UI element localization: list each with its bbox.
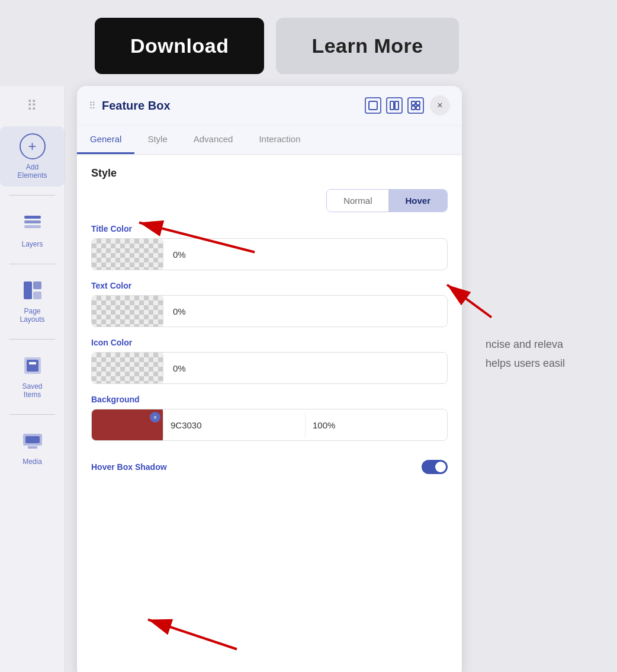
background-hex[interactable]: 9C3030 [163,412,306,439]
panel-close-button[interactable]: × [430,95,450,116]
view-icon-single[interactable] [365,97,381,114]
sidebar-item-saved-items[interactable]: SavedItems [0,348,65,406]
icon-color-field[interactable]: 0% [91,352,448,384]
view-icon-grid[interactable] [407,97,424,114]
title-color-label: Title Color [91,224,448,233]
title-color-value: 0% [163,241,447,268]
panel-title: Feature Box [102,99,359,113]
svg-rect-7 [27,360,38,372]
background-opacity[interactable]: 100% [306,412,447,439]
svg-rect-2 [24,225,41,228]
swatch-clear-button[interactable]: × [150,412,160,423]
icon-color-group: Icon Color 0% [91,338,448,384]
background-group: Background × 9C3030 100% [91,395,448,441]
sidebar-divider-2 [9,264,54,264]
right-content-line1: ncise and releva [486,338,563,350]
saved-items-icon [22,355,43,379]
sidebar-dots-icon: ⠿ [27,98,38,114]
sidebar-label-saved-items: SavedItems [22,382,42,399]
sidebar-divider-1 [9,195,54,196]
svg-rect-12 [369,101,377,110]
toggle-normal-button[interactable]: Normal [327,190,388,212]
tab-advanced[interactable]: Advanced [181,126,246,154]
panel-drag-handle[interactable]: ⠿ [89,100,96,111]
hover-box-shadow-toggle[interactable] [422,460,448,474]
sidebar-label-add-elements: AddElements [17,163,47,180]
svg-rect-18 [416,106,420,110]
svg-rect-15 [412,101,415,105]
sidebar-item-add-elements[interactable]: + AddElements [0,126,65,187]
sidebar-item-layers[interactable]: Layers [0,204,65,255]
hover-box-shadow-row: Hover Box Shadow [91,452,448,476]
main-layout: ⠿ + AddElements Layers [0,86,617,672]
tab-interaction[interactable]: Interaction [246,126,313,154]
text-color-group: Text Color 0% [91,281,448,327]
background-values: 9C3030 100% [163,412,447,439]
svg-rect-13 [390,101,394,110]
sidebar: ⠿ + AddElements Layers [0,86,65,672]
svg-rect-17 [412,106,415,110]
panel-header: ⠿ Feature Box [77,86,462,126]
learn-more-button[interactable]: Learn More [276,18,458,74]
right-content: ncise and releva helps users easil [474,86,617,672]
view-icon-split[interactable] [386,97,403,114]
download-button[interactable]: Download [95,18,264,74]
icon-color-swatch[interactable] [92,353,163,383]
sidebar-label-layers: Layers [21,240,43,248]
sidebar-label-page-layouts: PageLayouts [20,307,44,324]
media-icon [22,430,43,454]
top-bar: Download Learn More [0,0,617,86]
svg-rect-14 [395,101,399,110]
sidebar-label-media: Media [23,457,42,466]
sidebar-divider-3 [9,339,54,340]
normal-hover-toggle-group: Normal Hover [326,189,448,212]
add-elements-icon: + [20,133,46,159]
hover-box-shadow-label: Hover Box Shadow [91,462,167,472]
panel-tabs: General Style Advanced Interaction [77,126,462,155]
svg-rect-10 [25,436,40,443]
background-field[interactable]: × 9C3030 100% [91,409,448,441]
icon-color-value: 0% [163,355,447,382]
icon-color-label: Icon Color [91,338,448,347]
sidebar-divider-4 [9,414,54,415]
text-color-swatch[interactable] [92,296,163,327]
title-color-group: Title Color 0% [91,224,448,270]
sidebar-item-page-layouts[interactable]: PageLayouts [0,273,65,331]
text-color-value: 0% [163,298,447,325]
svg-rect-8 [29,362,36,364]
right-content-line2: helps users easil [486,357,565,369]
normal-hover-toggle-row: Normal Hover [91,189,448,212]
text-color-label: Text Color [91,281,448,290]
svg-rect-1 [24,220,41,223]
title-color-swatch[interactable] [92,239,163,270]
title-color-field[interactable]: 0% [91,238,448,270]
background-label: Background [91,395,448,404]
svg-rect-3 [24,281,32,299]
svg-rect-11 [28,446,37,449]
style-section-title: Style [91,167,448,180]
svg-rect-0 [24,216,41,219]
layers-icon [22,211,43,236]
page-layouts-icon [22,280,43,303]
tab-general[interactable]: General [77,126,134,154]
panel-body: Style Normal Hover Title Color 0% Text C… [77,155,462,488]
background-swatch[interactable]: × [92,409,163,440]
svg-rect-5 [33,292,41,299]
sidebar-item-media[interactable]: Media [0,423,65,473]
panel-view-icons [365,97,424,114]
svg-rect-4 [33,281,41,289]
svg-rect-16 [416,101,420,105]
toggle-hover-button[interactable]: Hover [388,190,447,212]
feature-box-panel: ⠿ Feature Box [77,86,462,672]
text-color-field[interactable]: 0% [91,295,448,327]
tab-style[interactable]: Style [134,126,180,154]
